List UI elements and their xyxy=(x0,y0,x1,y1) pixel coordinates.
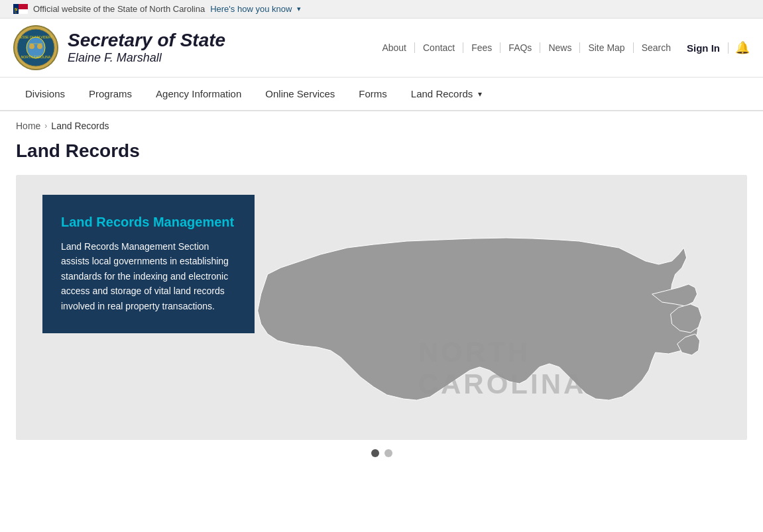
main-nav: Divisions Programs Agency Information On… xyxy=(0,78,763,111)
breadcrumb-home[interactable]: Home xyxy=(16,121,40,131)
nav-forms[interactable]: Forms xyxy=(347,78,399,110)
faqs-link[interactable]: FAQs xyxy=(500,42,540,53)
agency-name: Secretary of State Elaine F. Marshall xyxy=(68,30,225,65)
svg-text:NORTH CAROLINA: NORTH CAROLINA xyxy=(21,55,51,59)
top-banner: N C Official website of the State of Nor… xyxy=(0,0,763,19)
search-link[interactable]: Search xyxy=(634,42,679,53)
banner-text: Official website of the State of North C… xyxy=(33,4,205,14)
about-link[interactable]: About xyxy=(374,42,415,53)
site-map-link[interactable]: Site Map xyxy=(580,42,633,53)
agency-title: Secretary of State xyxy=(68,30,225,51)
nav-land-records[interactable]: Land Records xyxy=(399,78,475,110)
contact-link[interactable]: Contact xyxy=(415,42,463,53)
land-records-dropdown-icon[interactable]: ▾ xyxy=(478,89,482,99)
how-to-know-dropdown-icon[interactable]: ▾ xyxy=(297,5,301,13)
nav-divisions[interactable]: Divisions xyxy=(13,78,77,110)
sign-in-button[interactable]: Sign In xyxy=(679,42,729,54)
nav-land-records-container: Land Records ▾ xyxy=(399,78,482,110)
nc-map-container: NORTH CAROLINA xyxy=(199,175,747,440)
header: ESSE QUAM VIDERI NORTH CAROLINA Secretar… xyxy=(0,19,763,78)
notifications-bell-icon[interactable]: 🔔 xyxy=(729,40,750,55)
how-to-know-link[interactable]: Here's how you know xyxy=(210,4,292,14)
carousel-dot-1[interactable] xyxy=(371,449,379,457)
news-link[interactable]: News xyxy=(540,42,580,53)
breadcrumb: Home › Land Records xyxy=(0,111,763,140)
logo-area: ESSE QUAM VIDERI NORTH CAROLINA Secretar… xyxy=(13,25,225,70)
agency-subtitle: Elaine F. Marshall xyxy=(68,51,225,65)
nav-agency-information[interactable]: Agency Information xyxy=(144,78,253,110)
info-box-text: Land Records Management Section assists … xyxy=(61,239,236,313)
svg-rect-1 xyxy=(19,4,28,9)
svg-text:C: C xyxy=(15,10,17,14)
carousel-dot-2[interactable] xyxy=(384,449,392,457)
state-seal: ESSE QUAM VIDERI NORTH CAROLINA xyxy=(13,25,58,70)
nc-flag-icon: N C xyxy=(13,4,28,14)
nav-programs[interactable]: Programs xyxy=(77,78,144,110)
info-box: Land Records Management Land Records Man… xyxy=(42,195,255,333)
seal-svg: ESSE QUAM VIDERI NORTH CAROLINA xyxy=(13,25,58,70)
hero-section: Land Records Management Land Records Man… xyxy=(16,175,747,440)
fees-link[interactable]: Fees xyxy=(463,42,500,53)
header-nav: About Contact Fees FAQs News Site Map Se… xyxy=(374,40,750,55)
carousel-dots xyxy=(0,440,763,464)
info-box-title: Land Records Management xyxy=(61,215,236,230)
nc-map-svg xyxy=(199,175,747,440)
svg-point-11 xyxy=(37,44,42,49)
breadcrumb-current: Land Records xyxy=(51,121,109,131)
svg-rect-2 xyxy=(19,9,28,14)
page-title: Land Records xyxy=(0,140,763,175)
breadcrumb-separator: › xyxy=(44,121,47,131)
nav-online-services[interactable]: Online Services xyxy=(253,78,347,110)
svg-point-10 xyxy=(29,44,34,49)
